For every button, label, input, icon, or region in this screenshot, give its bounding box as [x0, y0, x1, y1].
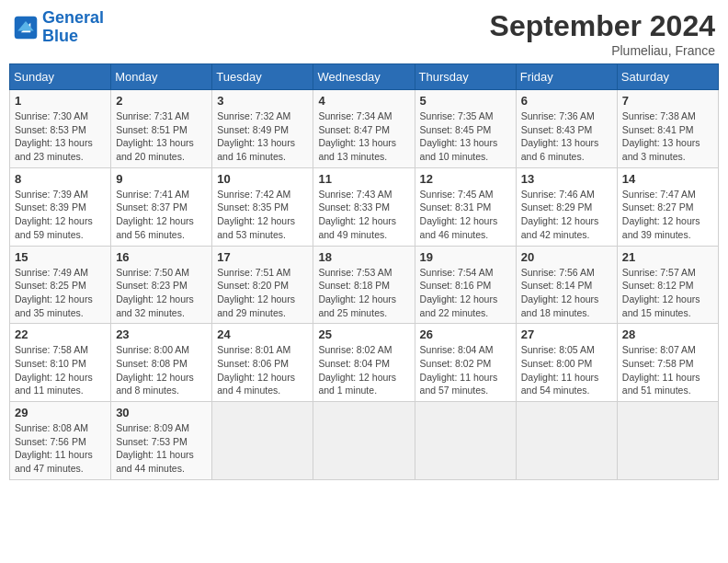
day-number: 11 [318, 172, 409, 186]
day-number: 7 [622, 94, 713, 108]
day-number: 23 [116, 327, 207, 341]
calendar-cell: 16Sunrise: 7:50 AM Sunset: 8:23 PM Dayli… [111, 246, 212, 324]
calendar-cell [313, 402, 415, 480]
logo: General Blue [13, 9, 104, 46]
calendar-cell: 21Sunrise: 7:57 AM Sunset: 8:12 PM Dayli… [617, 246, 718, 324]
calendar-cell: 19Sunrise: 7:54 AM Sunset: 8:16 PM Dayli… [415, 246, 516, 324]
day-number: 12 [420, 172, 511, 186]
title-section: September 2024 Plumeliau, France [490, 9, 715, 58]
day-number: 22 [15, 327, 106, 341]
cell-info: Sunrise: 8:07 AM Sunset: 7:58 PM Dayligh… [622, 343, 713, 397]
day-number: 20 [521, 250, 612, 264]
calendar-cell: 15Sunrise: 7:49 AM Sunset: 8:25 PM Dayli… [10, 246, 111, 324]
cell-info: Sunrise: 8:01 AM Sunset: 8:06 PM Dayligh… [217, 343, 308, 397]
calendar-cell: 3Sunrise: 7:32 AM Sunset: 8:49 PM Daylig… [212, 90, 313, 168]
cell-info: Sunrise: 7:39 AM Sunset: 8:39 PM Dayligh… [15, 188, 106, 242]
calendar-cell: 7Sunrise: 7:38 AM Sunset: 8:41 PM Daylig… [617, 90, 718, 168]
calendar-header: SundayMondayTuesdayWednesdayThursdayFrid… [10, 64, 719, 90]
cell-info: Sunrise: 7:51 AM Sunset: 8:20 PM Dayligh… [217, 266, 308, 320]
day-number: 3 [217, 94, 308, 108]
location: Plumeliau, France [490, 43, 715, 58]
calendar-cell [516, 402, 617, 480]
calendar-cell: 28Sunrise: 8:07 AM Sunset: 7:58 PM Dayli… [617, 324, 718, 402]
logo-icon [13, 15, 39, 40]
month-title: September 2024 [490, 9, 715, 43]
day-number: 30 [116, 406, 207, 419]
week-row-2: 8Sunrise: 7:39 AM Sunset: 8:39 PM Daylig… [10, 167, 719, 246]
day-number: 21 [622, 250, 713, 264]
cell-info: Sunrise: 7:32 AM Sunset: 8:49 PM Dayligh… [217, 109, 308, 164]
day-number: 18 [318, 250, 409, 264]
day-number: 24 [217, 327, 308, 341]
cell-info: Sunrise: 7:47 AM Sunset: 8:27 PM Dayligh… [622, 188, 713, 242]
day-number: 4 [318, 94, 409, 108]
logo-line1: General [42, 8, 104, 27]
cell-info: Sunrise: 7:49 AM Sunset: 8:25 PM Dayligh… [15, 266, 106, 320]
calendar-cell: 14Sunrise: 7:47 AM Sunset: 8:27 PM Dayli… [617, 167, 718, 246]
calendar-cell: 1Sunrise: 7:30 AM Sunset: 8:53 PM Daylig… [10, 90, 111, 168]
calendar-cell: 5Sunrise: 7:35 AM Sunset: 8:45 PM Daylig… [415, 90, 516, 168]
day-number: 1 [15, 94, 106, 108]
calendar-cell [212, 402, 313, 480]
calendar-cell: 30Sunrise: 8:09 AM Sunset: 7:53 PM Dayli… [111, 402, 212, 480]
cell-info: Sunrise: 7:41 AM Sunset: 8:37 PM Dayligh… [116, 188, 207, 242]
calendar-cell: 22Sunrise: 7:58 AM Sunset: 8:10 PM Dayli… [10, 324, 111, 402]
calendar-cell: 26Sunrise: 8:04 AM Sunset: 8:02 PM Dayli… [415, 324, 516, 402]
cell-info: Sunrise: 7:34 AM Sunset: 8:47 PM Dayligh… [318, 109, 409, 164]
day-number: 25 [318, 327, 409, 341]
week-row-5: 29Sunrise: 8:08 AM Sunset: 7:56 PM Dayli… [10, 402, 719, 480]
cell-info: Sunrise: 7:43 AM Sunset: 8:33 PM Dayligh… [318, 188, 409, 242]
calendar-cell: 20Sunrise: 7:56 AM Sunset: 8:14 PM Dayli… [516, 246, 617, 324]
header-cell-saturday: Saturday [617, 64, 718, 90]
logo-text: General Blue [42, 9, 104, 46]
cell-info: Sunrise: 7:58 AM Sunset: 8:10 PM Dayligh… [15, 343, 106, 397]
cell-info: Sunrise: 7:38 AM Sunset: 8:41 PM Dayligh… [622, 109, 713, 164]
cell-info: Sunrise: 7:53 AM Sunset: 8:18 PM Dayligh… [318, 266, 409, 320]
header-cell-wednesday: Wednesday [313, 64, 415, 90]
calendar-cell: 10Sunrise: 7:42 AM Sunset: 8:35 PM Dayli… [212, 167, 313, 246]
day-number: 27 [521, 327, 612, 341]
day-number: 9 [116, 172, 207, 186]
calendar-cell: 23Sunrise: 8:00 AM Sunset: 8:08 PM Dayli… [111, 324, 212, 402]
day-number: 19 [420, 250, 511, 264]
cell-info: Sunrise: 7:50 AM Sunset: 8:23 PM Dayligh… [116, 266, 207, 320]
cell-info: Sunrise: 7:46 AM Sunset: 8:29 PM Dayligh… [521, 188, 612, 242]
calendar-cell [617, 402, 718, 480]
day-number: 29 [15, 406, 106, 419]
day-number: 26 [420, 327, 511, 341]
day-number: 16 [116, 250, 207, 264]
cell-info: Sunrise: 8:08 AM Sunset: 7:56 PM Dayligh… [15, 421, 106, 476]
calendar-cell: 4Sunrise: 7:34 AM Sunset: 8:47 PM Daylig… [313, 90, 415, 168]
cell-info: Sunrise: 8:09 AM Sunset: 7:53 PM Dayligh… [116, 421, 207, 476]
logo-line2: Blue [42, 27, 78, 45]
calendar-body: 1Sunrise: 7:30 AM Sunset: 8:53 PM Daylig… [10, 90, 719, 480]
cell-info: Sunrise: 7:36 AM Sunset: 8:43 PM Dayligh… [521, 109, 612, 164]
calendar-cell: 12Sunrise: 7:45 AM Sunset: 8:31 PM Dayli… [415, 167, 516, 246]
calendar-cell: 27Sunrise: 8:05 AM Sunset: 8:00 PM Dayli… [516, 324, 617, 402]
header-cell-friday: Friday [516, 64, 617, 90]
header-cell-sunday: Sunday [10, 64, 111, 90]
calendar-cell: 24Sunrise: 8:01 AM Sunset: 8:06 PM Dayli… [212, 324, 313, 402]
calendar-cell: 18Sunrise: 7:53 AM Sunset: 8:18 PM Dayli… [313, 246, 415, 324]
page-header: General Blue September 2024 Plumeliau, F… [9, 9, 719, 58]
cell-info: Sunrise: 7:30 AM Sunset: 8:53 PM Dayligh… [15, 109, 106, 164]
day-number: 2 [116, 94, 207, 108]
cell-info: Sunrise: 7:57 AM Sunset: 8:12 PM Dayligh… [622, 266, 713, 320]
calendar-cell: 25Sunrise: 8:02 AM Sunset: 8:04 PM Dayli… [313, 324, 415, 402]
calendar-cell: 9Sunrise: 7:41 AM Sunset: 8:37 PM Daylig… [111, 167, 212, 246]
cell-info: Sunrise: 8:00 AM Sunset: 8:08 PM Dayligh… [116, 343, 207, 397]
day-number: 8 [15, 172, 106, 186]
cell-info: Sunrise: 7:54 AM Sunset: 8:16 PM Dayligh… [420, 266, 511, 320]
day-number: 13 [521, 172, 612, 186]
cell-info: Sunrise: 7:42 AM Sunset: 8:35 PM Dayligh… [217, 188, 308, 242]
calendar-cell: 8Sunrise: 7:39 AM Sunset: 8:39 PM Daylig… [10, 167, 111, 246]
week-row-4: 22Sunrise: 7:58 AM Sunset: 8:10 PM Dayli… [10, 324, 719, 402]
calendar-cell: 17Sunrise: 7:51 AM Sunset: 8:20 PM Dayli… [212, 246, 313, 324]
day-number: 28 [622, 327, 713, 341]
calendar-cell: 11Sunrise: 7:43 AM Sunset: 8:33 PM Dayli… [313, 167, 415, 246]
day-number: 14 [622, 172, 713, 186]
cell-info: Sunrise: 8:04 AM Sunset: 8:02 PM Dayligh… [420, 343, 511, 397]
header-row: SundayMondayTuesdayWednesdayThursdayFrid… [10, 64, 719, 90]
cell-info: Sunrise: 7:35 AM Sunset: 8:45 PM Dayligh… [420, 109, 511, 164]
cell-info: Sunrise: 8:05 AM Sunset: 8:00 PM Dayligh… [521, 343, 612, 397]
